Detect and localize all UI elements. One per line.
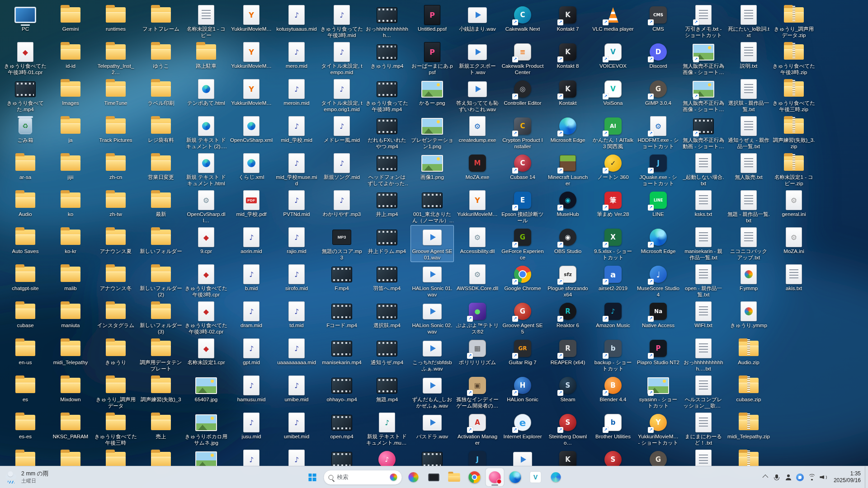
desktop-icon[interactable]: id-id	[49, 40, 92, 77]
desktop-icon[interactable]: E↗Epson 接続診断ツール	[501, 188, 544, 225]
file-explorer-icon[interactable]	[445, 468, 463, 486]
desktop-icon[interactable]: ohhayo-.mp4	[320, 373, 363, 410]
desktop-icon[interactable]: ◆きゅうり食べてた午後3時.cpr	[184, 262, 228, 299]
desktop-icon[interactable]: ♪↗Amazon Music	[591, 299, 635, 336]
desktop-icon[interactable]: ♻ごみ箱	[4, 114, 47, 151]
desktop-icon[interactable]	[184, 447, 228, 466]
desktop-icon[interactable]: ♪PVTNd.mid	[275, 188, 318, 225]
desktop-icon[interactable]: YYukkuriMovieM…	[230, 40, 273, 77]
desktop-icon[interactable]: ↗Google Chrome	[501, 262, 544, 299]
taskbar-clock[interactable]: 1:35 2025/09/16	[830, 470, 864, 484]
desktop-icon[interactable]: open - 親作品一覧.txt	[682, 262, 725, 299]
desktop-icon[interactable]: おっhhhhhhhhhhh….txt	[682, 336, 725, 373]
microphone-icon[interactable]	[771, 470, 783, 484]
desktop-icon[interactable]: バスドラ.wav	[410, 410, 454, 447]
desktop-icon[interactable]: ♪meroin.mid	[275, 77, 318, 114]
desktop-icon[interactable]: _起動しない場合.txt	[682, 151, 725, 188]
teams-chat-icon[interactable]	[794, 470, 806, 484]
desktop-icon[interactable]: PC	[4, 3, 47, 40]
desktop-icon[interactable]: 営業日変更	[139, 151, 183, 188]
desktop-icon[interactable]: YYukkuriMovieM…	[230, 77, 273, 114]
desktop-icon[interactable]: Audio	[4, 188, 47, 225]
desktop-icon[interactable]: 調声練習(失敗)_3	[139, 373, 183, 410]
desktop-icon[interactable]: ♪td.mid	[275, 299, 318, 336]
desktop-icon[interactable]: ゆうこ	[139, 40, 183, 77]
desktop-icon[interactable]: きゅうり食べてた午後三時	[94, 410, 137, 447]
desktop-icon[interactable]: R↗REAPER (x64)	[546, 336, 590, 373]
desktop-icon[interactable]: J↗JQuake.exe - ショートカット	[637, 151, 680, 188]
desktop-icon[interactable]: C↗Cakewalk Next	[501, 3, 544, 40]
desktop-icon[interactable]: zh-cn	[94, 151, 137, 188]
desktop-icon[interactable]: G↗GIMP 3.0.4	[637, 77, 680, 114]
desktop-icon[interactable]: ↗無人販売不正行為動画 - ショートカット	[682, 114, 725, 151]
desktop-icon[interactable]: 名称未設定1 - コピー	[184, 3, 228, 40]
desktop-icon[interactable]: S↗Steinberg Downlo…	[546, 410, 590, 447]
desktop-icon[interactable]: a↗airset2-2019	[591, 262, 635, 299]
desktop-icon[interactable]: Track Pictures	[94, 114, 137, 151]
start-button[interactable]	[303, 468, 321, 486]
desktop-icon[interactable]: ◆名称未設定1.cpr	[184, 336, 228, 373]
desktop-icon[interactable]: en-us	[4, 336, 47, 373]
desktop-icon[interactable]: X↗9.5.xlsx - ショートカット	[591, 225, 635, 262]
desktop-icon[interactable]: sfz↗Plogue sforzando x64	[546, 262, 590, 299]
desktop-icon[interactable]: YYukkuriMovieM…	[230, 3, 273, 40]
person-icon[interactable]	[783, 470, 794, 484]
desktop-icon[interactable]: akis.txt	[772, 262, 816, 299]
desktop-icon[interactable]	[4, 447, 47, 466]
desktop-icon[interactable]: きゅうり.ymmp	[727, 299, 770, 336]
desktop-icon[interactable]: D↗Discord	[637, 40, 680, 77]
desktop-icon[interactable]: Audio.zip	[727, 336, 770, 373]
desktop-icon[interactable]	[139, 447, 183, 466]
desktop-icon[interactable]: ♪mero.mid	[275, 40, 318, 77]
desktop-icon[interactable]: ♪	[230, 447, 273, 466]
desktop-icon[interactable]: ⚙general.ini	[772, 188, 816, 225]
desktop-icon[interactable]: ♪新規 テキスト ドキュメント.musicxml	[365, 410, 409, 447]
desktop-icon[interactable]: G	[637, 447, 680, 466]
desktop-icon[interactable]: maniuta	[49, 299, 92, 336]
desktop-icon[interactable]: 新規 テキスト ドキュメント (2).html	[184, 114, 228, 151]
desktop-icon[interactable]: きゅうり食ってた午後3時.mp4	[365, 77, 409, 114]
desktop-icon[interactable]: ▣↗孤独なインディーゲーム開発者の一生…	[456, 373, 499, 410]
desktop-icon[interactable]: きゅうり_調声用データ.zip	[772, 3, 816, 40]
desktop-icon[interactable]: だれもFXいれたやつ.mp4	[365, 114, 409, 151]
desktop-icon[interactable]: 新しいフォルダー	[139, 225, 183, 262]
desktop-icon[interactable]: おっhhhhhhhhhhhh…	[365, 3, 409, 40]
search-box[interactable]: 検索	[324, 470, 402, 485]
desktop-icon[interactable]: Auto Saves	[4, 225, 47, 262]
desktop-icon[interactable]	[682, 447, 725, 466]
desktop-icon[interactable]: ♪hamusu.mid	[230, 373, 273, 410]
desktop-icon[interactable]: ♪aorin.mid	[230, 225, 273, 262]
voicevox-taskbar-icon[interactable]: V	[527, 468, 545, 486]
desktop-icon[interactable]: ◆9.cpr	[184, 225, 228, 262]
desktop-icon[interactable]: 001_東北きりたん（ノーマル）_今じゃ…	[410, 188, 454, 225]
desktop-icon[interactable]: かるー.png	[410, 77, 454, 114]
task-view-icon[interactable]	[425, 468, 443, 486]
desktop-icon[interactable]: open.mp4	[320, 410, 363, 447]
desktop-icon[interactable]: MP3無題のスコア.mp3	[320, 225, 363, 262]
desktop-icon[interactable]: K	[546, 447, 590, 466]
desktop-icon[interactable]: ↗無人販売不正行為画像 - ショートカッ…	[682, 40, 725, 77]
desktop-icon[interactable]: ♪	[365, 447, 409, 466]
desktop-icon[interactable]: C↗Cubase 14	[501, 151, 544, 188]
desktop-icon[interactable]: ♪umibet.mid	[275, 410, 318, 447]
desktop-icon[interactable]: 通知うぜ.mp4	[365, 336, 409, 373]
desktop-icon[interactable]: manisekarin.mp4	[320, 336, 363, 373]
desktop-icon[interactable]: ◉↗OBS Studio	[546, 225, 590, 262]
desktop-icon[interactable]: OpenCvSharp.xml	[230, 114, 273, 151]
desktop-icon[interactable]: ja	[49, 114, 92, 151]
desktop-icon[interactable]: ◎↗Controller Editor	[501, 77, 544, 114]
desktop-icon[interactable]: AI↗かんたん！AITalk 3 関西風	[591, 114, 635, 151]
desktop-icon[interactable]: WIFI.txt	[682, 299, 725, 336]
weather-widget[interactable]: 2 mm の雨 土曜日	[0, 466, 54, 488]
desktop-icon[interactable]: ◆きゅうり食べてた午後3時-01.cpr	[4, 40, 47, 77]
desktop-icon[interactable]: ♩↗MuseScore Studio 4	[637, 262, 680, 299]
desktop-icon[interactable]: ♪タイトル未設定, tempo.mid	[320, 40, 363, 77]
desktop-icon[interactable]: 新規 テキスト ドキュメント.html	[184, 151, 228, 188]
desktop-icon[interactable]: malib	[49, 262, 92, 299]
desktop-icon[interactable]: 筆↗筆まめ Ver.28	[591, 188, 635, 225]
desktop-icon[interactable]: ↗VLC media player	[591, 3, 635, 40]
desktop-icon[interactable]: NKSC_PARAM	[49, 410, 92, 447]
desktop-icon[interactable]: きゅうり_調声用データ	[94, 373, 137, 410]
desktop-icon[interactable]: 路上駐車	[184, 40, 228, 77]
desktop-icon[interactable]: くらじ.xml	[230, 151, 273, 188]
